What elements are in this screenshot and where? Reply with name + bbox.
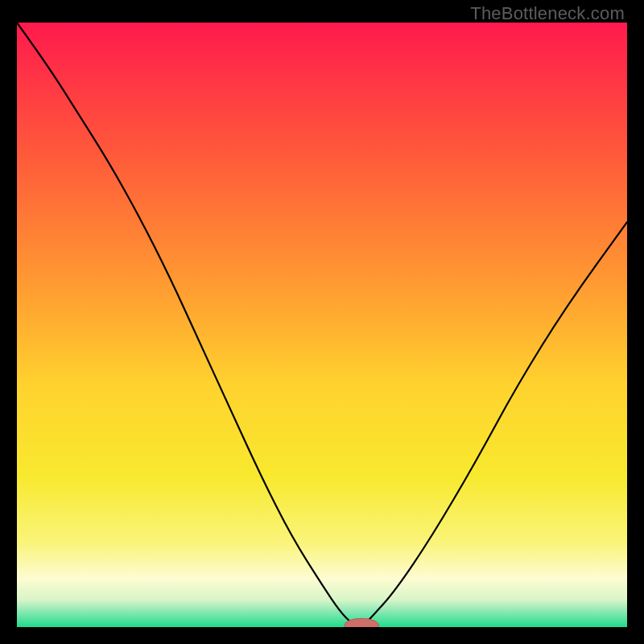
watermark-text: TheBottleneck.com — [470, 3, 625, 24]
chart-frame — [17, 23, 627, 627]
chart-canvas — [17, 23, 627, 627]
